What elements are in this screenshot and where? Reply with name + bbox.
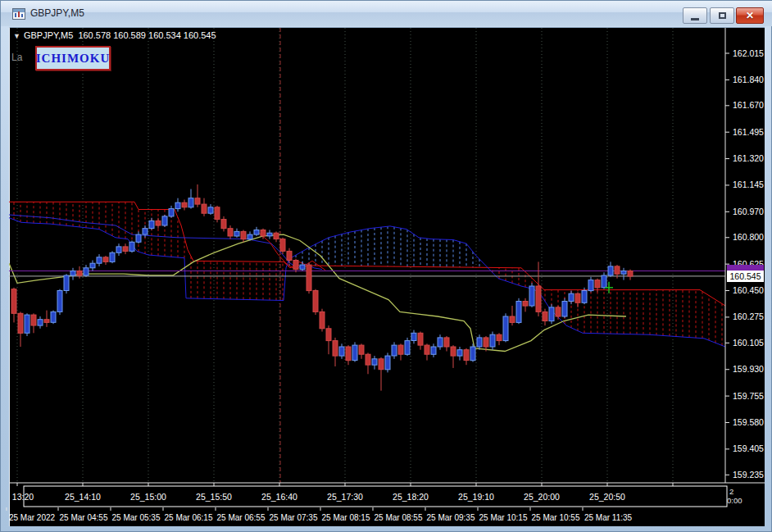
price-tick-label[interactable]: 159.930 bbox=[733, 364, 764, 374]
price-tick-label[interactable]: 159.755 bbox=[733, 391, 764, 401]
candle-bear bbox=[221, 220, 226, 229]
time-label-row2[interactable]: 25 Mar 06:55 bbox=[217, 513, 266, 522]
candle-bull bbox=[162, 216, 167, 225]
chart-canvas[interactable]: 162.015161.840161.670161.495161.320161.1… bbox=[1, 1, 772, 532]
candle-bull bbox=[516, 302, 521, 323]
candle-bear bbox=[228, 229, 233, 236]
candle-bull bbox=[208, 207, 213, 213]
time-label-row2[interactable]: 25 Mar 04:55 bbox=[60, 513, 108, 522]
candle-bull bbox=[129, 242, 134, 251]
candle-bear bbox=[313, 291, 318, 312]
time-label-row2[interactable]: 25 Mar 11:35 bbox=[584, 513, 633, 522]
candle-bear bbox=[464, 350, 469, 361]
price-tick-label[interactable]: 161.320 bbox=[733, 153, 764, 163]
candle-bull bbox=[57, 291, 62, 312]
time-label-row1[interactable]: 25_16:40 bbox=[261, 492, 297, 502]
time-label-row1[interactable]: 13:20 bbox=[12, 492, 34, 502]
candle-bull bbox=[110, 252, 115, 261]
price-tick-label[interactable]: 159.580 bbox=[733, 417, 764, 427]
time-label-row1[interactable]: 25_14:10 bbox=[65, 492, 101, 502]
time-label-row2[interactable]: 25 Mar 10:55 bbox=[532, 513, 580, 522]
time-label-row2[interactable]: 25 Mar 06:15 bbox=[165, 513, 213, 522]
price-tick-label[interactable]: 161.840 bbox=[733, 75, 764, 84]
price-tick-label[interactable]: 159.235 bbox=[733, 470, 764, 480]
candle-bull bbox=[97, 257, 102, 263]
header-symbol: GBPJPY,M5 bbox=[24, 30, 73, 40]
candle-bear bbox=[77, 271, 82, 276]
candle-bull bbox=[300, 265, 305, 270]
candle-bear bbox=[366, 354, 370, 365]
candle-bull bbox=[438, 338, 443, 347]
candle-bear bbox=[543, 311, 547, 321]
price-tick-label[interactable]: 160.800 bbox=[733, 232, 764, 242]
candle-bear bbox=[307, 265, 311, 291]
candle-bull bbox=[385, 356, 390, 370]
time-label-row2[interactable]: 25 Mar 09:35 bbox=[427, 513, 475, 522]
candle-bull bbox=[470, 347, 475, 361]
price-tick-label[interactable]: 160.275 bbox=[733, 311, 764, 321]
time-label-row1[interactable]: 25_17:30 bbox=[327, 492, 363, 502]
price-tick-label[interactable]: 161.670 bbox=[733, 100, 764, 110]
candle-bear bbox=[425, 345, 429, 354]
candle-bull bbox=[431, 347, 436, 354]
price-tick-label[interactable]: 160.970 bbox=[733, 207, 764, 216]
candle-bull bbox=[84, 268, 89, 275]
time-label-row1[interactable]: 25_15:50 bbox=[196, 492, 232, 502]
time-label-row1[interactable]: 25_20:50 bbox=[589, 492, 625, 502]
candle-bull bbox=[352, 345, 357, 361]
time-label-row1[interactable]: 25_18:20 bbox=[393, 492, 429, 502]
time-label-row1[interactable]: 25_19:10 bbox=[458, 492, 494, 502]
candle-bull bbox=[503, 316, 508, 341]
time-label-row2[interactable]: 25 Mar 10:15 bbox=[479, 513, 528, 522]
time-label-row2[interactable]: 25 Mar 08:55 bbox=[375, 513, 423, 522]
price-tick-label[interactable]: 161.495 bbox=[733, 127, 764, 137]
price-tick-label[interactable]: 162.015 bbox=[733, 48, 764, 58]
candle-bear bbox=[333, 341, 338, 357]
candle-bear bbox=[18, 313, 23, 333]
candle-bull bbox=[477, 338, 482, 347]
time-label-row2[interactable]: 25 Mar 05:35 bbox=[112, 513, 161, 522]
plot-area[interactable] bbox=[9, 28, 725, 483]
candle-bull bbox=[25, 315, 30, 333]
candle-bull bbox=[588, 280, 593, 291]
candle-bull bbox=[234, 231, 239, 236]
price-tick-label[interactable]: 159.405 bbox=[733, 443, 764, 453]
axis-corner-text-bottom: 0:00 bbox=[727, 496, 742, 505]
candle-bear bbox=[536, 286, 541, 311]
candle-bear bbox=[418, 333, 423, 345]
candle-bull bbox=[549, 307, 554, 321]
candle-bear bbox=[379, 359, 384, 370]
candle-bear bbox=[359, 345, 364, 354]
candle-bull bbox=[267, 233, 272, 236]
time-label-row2[interactable]: 25 Mar 08:15 bbox=[322, 513, 370, 522]
header-ohlc-values: 160.578 160.589 160.534 160.545 bbox=[78, 30, 216, 40]
candle-bear bbox=[31, 315, 36, 325]
price-tick-label[interactable]: 161.145 bbox=[733, 180, 764, 189]
candle-bull bbox=[136, 234, 141, 242]
candle-bear bbox=[346, 347, 351, 361]
candle-bull bbox=[490, 334, 495, 347]
candle-bear bbox=[575, 293, 580, 302]
candle-bull bbox=[411, 333, 416, 340]
candle-bull bbox=[90, 263, 95, 268]
candle-bull bbox=[169, 209, 174, 216]
price-tick-label[interactable]: 160.105 bbox=[733, 338, 764, 348]
candle-bear bbox=[595, 280, 600, 288]
candle-bull bbox=[457, 350, 462, 356]
candle-bear bbox=[44, 320, 49, 323]
time-label-row2[interactable]: 25 Mar 2022 bbox=[9, 513, 56, 522]
candle-bear bbox=[444, 338, 449, 347]
time-label-row1[interactable]: 25_20:00 bbox=[524, 492, 560, 502]
ohlc-header: ▼GBPJPY,M5 160.578 160.589 160.534 160.5… bbox=[13, 30, 216, 40]
candle-bear bbox=[326, 329, 331, 341]
time-label-row1[interactable]: 25_15:00 bbox=[130, 492, 166, 502]
candle-bear bbox=[628, 271, 633, 277]
candle-bull bbox=[529, 286, 534, 306]
price-tick-label[interactable]: 160.450 bbox=[733, 285, 764, 295]
ichimoku-label-box[interactable]: ICHIMOKU bbox=[35, 46, 111, 70]
candle-bear bbox=[11, 289, 16, 314]
axis-corner-text-top: 2 bbox=[729, 487, 733, 496]
time-label-row2[interactable]: 25 Mar 07:35 bbox=[270, 513, 318, 522]
candle-bear bbox=[123, 247, 128, 252]
candle-bull bbox=[405, 341, 410, 355]
